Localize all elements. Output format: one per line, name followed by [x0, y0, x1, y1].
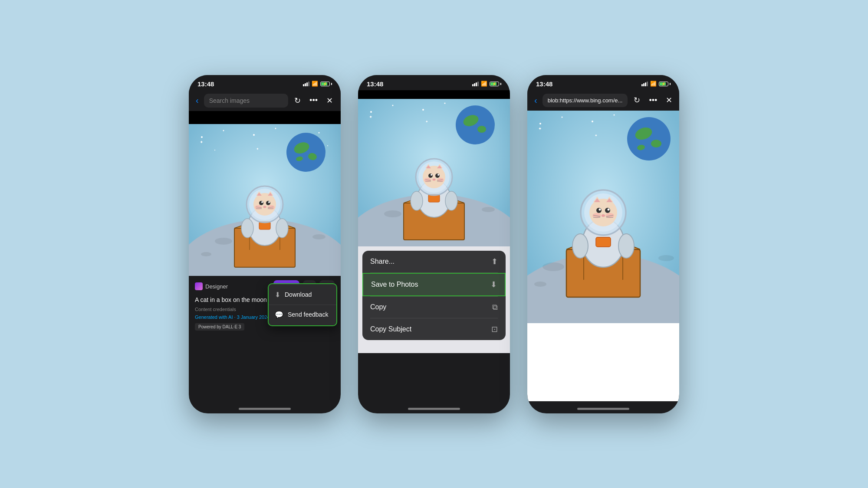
phone-1: 13:48 📶 ⚡ ‹ Search images ↻ •••: [189, 75, 341, 413]
status-icons-1: 📶 ⚡: [303, 81, 332, 87]
svg-point-96: [542, 262, 564, 271]
home-indicator-2: [408, 408, 460, 410]
signal-icon-2: [472, 82, 479, 86]
svg-point-4: [275, 128, 276, 129]
svg-point-120: [608, 208, 610, 210]
cat-image-2: ✦ ✦: [358, 99, 510, 246]
phone-3: 13:48 📶 ⚡ ‹ blob:https://www.bing.com/e.…: [527, 75, 679, 413]
svg-point-65: [445, 191, 457, 210]
svg-point-97: [658, 255, 674, 261]
share-icon: ⬆: [491, 257, 498, 266]
svg-point-30: [253, 193, 276, 216]
ios-menu-backdrop: Share... ⬆ Save to Photos ⬇ Copy ⧉ Copy …: [358, 246, 510, 353]
reload-button[interactable]: ↻: [292, 94, 303, 107]
svg-point-18: [201, 252, 211, 256]
svg-point-75: [428, 174, 433, 178]
svg-point-76: [435, 174, 440, 178]
search-bar[interactable]: Search images: [204, 94, 288, 108]
wifi-icon: 📶: [312, 81, 318, 87]
phone1-navbar: ‹ Search images ↻ ••• ✕: [189, 90, 341, 111]
battery-icon-3: ⚡: [659, 82, 671, 86]
cat-svg-2: ✦ ✦: [358, 99, 510, 246]
svg-point-7: [327, 145, 328, 146]
svg-text:✦: ✦: [538, 126, 542, 131]
time-3: 13:48: [536, 80, 552, 88]
download-icon: ⬇: [275, 291, 280, 299]
white-content-area: [527, 323, 679, 401]
svg-point-110: [589, 199, 617, 226]
back-button[interactable]: ‹: [194, 94, 201, 107]
copy-subject-icon: ⊡: [491, 324, 498, 334]
cat-svg-1: ✦ ✦ ✦: [189, 124, 341, 276]
svg-point-49: [422, 109, 424, 111]
cat-svg-3: ✦ ✦: [527, 111, 679, 323]
svg-point-40: [268, 201, 270, 203]
svg-point-11: [286, 133, 326, 172]
send-feedback-menu-item[interactable]: 💬 Send feedback: [269, 306, 336, 324]
svg-point-119: [599, 208, 601, 210]
close-button[interactable]: ✕: [324, 94, 335, 107]
time-1: 13:48: [197, 80, 214, 88]
search-text: Search images: [209, 97, 250, 104]
svg-point-2: [223, 130, 224, 131]
status-bar-3: 13:48 📶 ⚡: [527, 75, 679, 90]
svg-point-93: [651, 140, 661, 147]
svg-point-53: [456, 105, 495, 144]
share-menu-item[interactable]: Share... ⬆: [362, 251, 506, 272]
download-label: Download: [285, 291, 312, 298]
ios-context-menu: Share... ⬆ Save to Photos ⬇ Copy ⧉ Copy …: [362, 251, 506, 340]
more-button[interactable]: •••: [307, 94, 320, 107]
reload-button-3[interactable]: ↻: [631, 94, 643, 107]
svg-point-58: [482, 207, 495, 212]
copy-menu-item[interactable]: Copy ⧉: [362, 297, 506, 318]
designer-logo: [195, 282, 203, 290]
svg-point-27: [276, 219, 288, 238]
svg-point-37: [259, 201, 263, 205]
battery-icon: ⚡: [320, 82, 332, 86]
back-button-3[interactable]: ‹: [533, 94, 539, 107]
designer-label: Designer: [195, 282, 228, 290]
copy-label: Copy: [370, 303, 386, 311]
svg-point-87: [592, 121, 593, 122]
svg-point-98: [534, 282, 546, 287]
url-bar[interactable]: blob:https://www.bing.com/e...: [542, 94, 628, 107]
svg-point-16: [215, 238, 232, 245]
share-label: Share...: [370, 258, 395, 265]
svg-point-55: [477, 126, 486, 133]
svg-text:✦: ✦: [369, 115, 372, 119]
svg-point-3: [253, 134, 255, 136]
home-indicator-3: [577, 408, 629, 410]
save-photos-icon: ⬇: [490, 280, 497, 289]
svg-rect-105: [596, 237, 611, 247]
svg-point-86: [562, 116, 563, 118]
more-button-3[interactable]: •••: [646, 94, 660, 107]
svg-point-117: [596, 208, 602, 213]
feedback-label: Send feedback: [288, 311, 328, 318]
copy-icon: ⧉: [492, 303, 498, 312]
wifi-icon-3: 📶: [650, 81, 657, 87]
svg-point-88: [614, 114, 615, 115]
svg-point-50: [444, 102, 446, 104]
status-bar-2: 13:48 📶 ⚡: [358, 75, 510, 90]
signal-icon-3: [641, 82, 648, 86]
svg-point-79: [433, 178, 436, 180]
svg-text:✦: ✦: [595, 134, 598, 138]
svg-point-85: [539, 123, 541, 124]
menu-divider: [269, 305, 336, 305]
signal-icon: [303, 82, 309, 86]
svg-point-107: [618, 234, 634, 258]
close-button-3[interactable]: ✕: [663, 94, 675, 107]
battery-icon-2: ⚡: [490, 82, 501, 86]
svg-point-64: [411, 191, 423, 210]
svg-point-118: [605, 208, 610, 213]
cat-image-1: ✦ ✦ ✦: [189, 124, 341, 276]
save-photos-label: Save to Photos: [371, 281, 418, 288]
copy-subject-menu-item[interactable]: Copy Subject ⊡: [362, 318, 506, 340]
svg-point-68: [423, 166, 445, 188]
download-menu-item[interactable]: ⬇ Download: [269, 286, 336, 304]
svg-point-48: [392, 105, 394, 106]
time-2: 13:48: [367, 80, 383, 88]
save-photos-menu-item[interactable]: Save to Photos ⬇: [362, 273, 506, 296]
copy-subject-label: Copy Subject: [370, 325, 411, 333]
svg-point-6: [319, 132, 320, 133]
